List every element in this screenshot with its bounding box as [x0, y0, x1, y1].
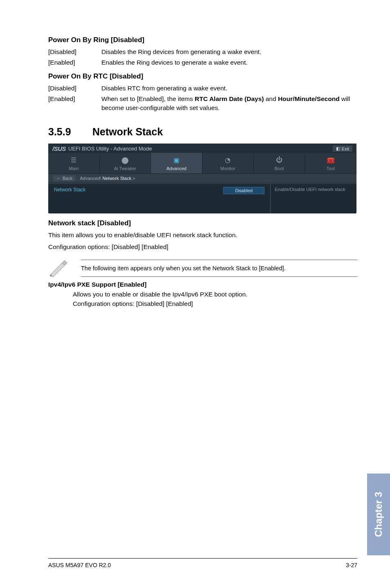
- tab-label: Advanced: [166, 166, 186, 171]
- tab-label: Ai Tweaker: [114, 166, 136, 171]
- breadcrumb-current: Network Stack: [103, 176, 132, 181]
- monitor-icon: ◔: [204, 156, 252, 164]
- exit-icon: ◧: [336, 146, 340, 151]
- text-bold: Hour/Minute/Second: [278, 95, 340, 102]
- paragraph: Configuration options: [Disabled] [Enabl…: [73, 299, 357, 308]
- power-icon: ⏻: [256, 156, 303, 164]
- tweaker-icon: ⬤: [101, 156, 149, 164]
- bios-setting-row[interactable]: Network Stack Disabled: [48, 184, 271, 213]
- footer-page-number: 3-27: [346, 562, 357, 568]
- bios-title: UEFI BIOS Utility - Advanced Mode: [68, 146, 152, 152]
- tab-label: Tool: [327, 166, 335, 171]
- section-title: Network Stack: [92, 126, 163, 137]
- option-desc: When set to [Enabled], the items RTC Ala…: [101, 94, 357, 112]
- section-number: 3.5.9: [48, 126, 92, 138]
- list-icon: ☰: [50, 156, 98, 164]
- exit-label: Exit: [342, 146, 349, 151]
- text: and: [264, 95, 278, 102]
- breadcrumb-arrow: >: [131, 176, 135, 181]
- asus-logo: /SUS: [52, 145, 66, 152]
- paragraph: This item allows you to enable/disable U…: [48, 231, 357, 240]
- heading-pxe-support: Ipv4/Ipv6 PXE Support [Enabled]: [48, 281, 357, 288]
- paragraph: Allows you to enable or disable the Ipv4…: [73, 290, 357, 299]
- option-desc: Disables the Ring devices from generatin…: [101, 47, 357, 56]
- option-row: [Enabled] When set to [Enabled], the ite…: [48, 94, 357, 112]
- footer-product: ASUS M5A97 EVO R2.0: [48, 562, 111, 568]
- tab-main[interactable]: ☰ Main: [48, 153, 100, 173]
- exit-button[interactable]: ◧ Exit: [333, 146, 352, 152]
- bios-breadcrumb: ← Back Advanced\ Network Stack >: [48, 173, 356, 183]
- note-block: The following item appears only when you…: [48, 258, 357, 278]
- chapter-label: Chapter 3: [373, 492, 384, 537]
- indented-block: Allows you to enable or disable the Ipv4…: [48, 290, 357, 308]
- setting-label: Network Stack: [54, 187, 85, 193]
- heading-power-on-ring: Power On By Ring [Disabled]: [48, 36, 357, 44]
- breadcrumb-segment: Advanced\: [80, 176, 102, 181]
- tab-advanced[interactable]: ▣ Advanced: [151, 153, 202, 173]
- tab-ai-tweaker[interactable]: ⬤ Ai Tweaker: [100, 153, 151, 173]
- heading-power-on-rtc: Power On By RTC [Disabled]: [48, 72, 357, 81]
- bios-screenshot: /SUS UEFI BIOS Utility - Advanced Mode ◧…: [48, 144, 356, 213]
- page-footer: ASUS M5A97 EVO R2.0 3-27: [48, 558, 357, 568]
- paragraph: Configuration options: [Disabled] [Enabl…: [48, 242, 357, 251]
- text: When set to [Enabled], the items: [101, 95, 195, 102]
- bios-logo-area: /SUS UEFI BIOS Utility - Advanced Mode: [52, 145, 152, 152]
- bios-body: Network Stack Disabled Enable/Disable UE…: [48, 183, 356, 213]
- note-text: The following item appears only when you…: [81, 260, 357, 277]
- option-term: [Disabled]: [48, 84, 101, 93]
- tab-label: Main: [69, 166, 78, 171]
- option-desc: Disables RTC from generating a wake even…: [101, 84, 357, 93]
- option-desc: Enables the Ring devices to generate a w…: [101, 58, 357, 67]
- chapter-side-tab: Chapter 3: [367, 474, 390, 555]
- tab-monitor[interactable]: ◔ Monitor: [202, 153, 254, 173]
- bios-help-panel: Enable/Disable UEFI network stack: [271, 184, 356, 213]
- option-row: [Disabled] Disables the Ring devices fro…: [48, 47, 357, 56]
- section-heading: 3.5.9Network Stack: [48, 126, 357, 138]
- bios-tabbar: ☰ Main ⬤ Ai Tweaker ▣ Advanced ◔ Monitor…: [48, 153, 356, 173]
- help-text: Enable/Disable UEFI network stack: [275, 187, 345, 192]
- tab-label: Boot: [275, 166, 284, 171]
- back-label: Back: [63, 176, 72, 181]
- option-term: [Enabled]: [48, 94, 101, 112]
- option-row: [Disabled] Disables RTC from generating …: [48, 84, 357, 93]
- back-button[interactable]: ← Back: [53, 175, 76, 181]
- bios-titlebar: /SUS UEFI BIOS Utility - Advanced Mode ◧…: [48, 144, 356, 153]
- text-bold: RTC Alarm Date (Days): [195, 95, 264, 102]
- setting-value[interactable]: Disabled: [223, 187, 264, 194]
- pencil-note-icon: [48, 258, 69, 278]
- breadcrumb-path: Advanced\ Network Stack >: [80, 176, 135, 181]
- option-row: [Enabled] Enables the Ring devices to ge…: [48, 58, 357, 67]
- tab-tool[interactable]: 🧰 Tool: [305, 153, 356, 173]
- tab-label: Monitor: [220, 166, 235, 171]
- chip-icon: ▣: [152, 156, 200, 164]
- tab-boot[interactable]: ⏻ Boot: [254, 153, 305, 173]
- option-term: [Disabled]: [48, 47, 101, 56]
- option-term: [Enabled]: [48, 58, 101, 67]
- tool-icon: 🧰: [307, 156, 354, 164]
- back-arrow-icon: ←: [56, 176, 61, 181]
- heading-network-stack: Network stack [Disabled]: [48, 219, 357, 227]
